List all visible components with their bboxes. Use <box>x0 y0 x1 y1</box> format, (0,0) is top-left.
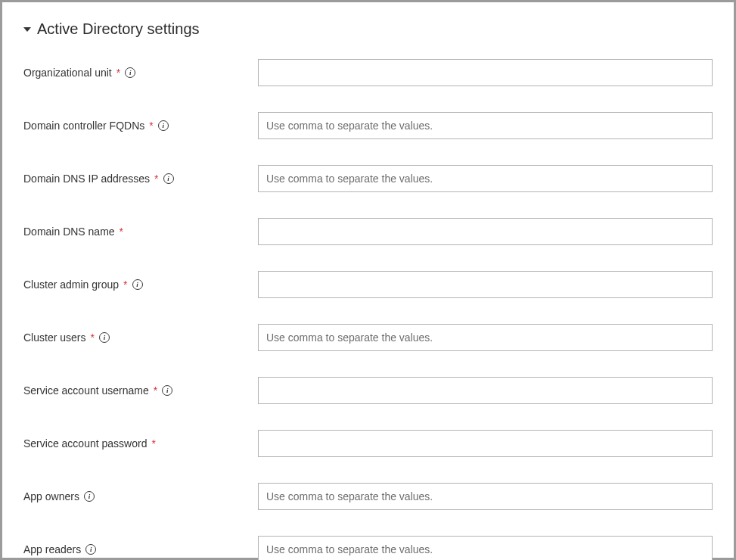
required-indicator: * <box>120 226 123 238</box>
required-indicator: * <box>151 437 155 450</box>
section-title: Active Directory settings <box>37 20 200 38</box>
field-label: Domain DNS IP addresses <box>23 173 150 185</box>
info-icon[interactable] <box>163 173 174 184</box>
input-wrap <box>258 324 713 351</box>
service-account-password-input[interactable] <box>258 430 713 457</box>
field-label: Domain controller FQDNs <box>23 120 144 132</box>
field-cluster-users: Cluster users * <box>23 324 713 351</box>
field-label-wrap: Cluster admin group * <box>23 278 258 291</box>
info-icon[interactable] <box>132 279 143 290</box>
domain-dns-ip-addresses-input[interactable] <box>258 165 713 192</box>
field-label: Cluster users <box>23 331 85 344</box>
field-domain-dns-name: Domain DNS name * <box>23 218 713 245</box>
input-wrap <box>258 59 713 86</box>
field-domain-dns-ip-addresses: Domain DNS IP addresses * <box>23 165 713 192</box>
input-wrap <box>258 112 713 139</box>
field-label-wrap: Cluster users * <box>23 331 258 344</box>
organizational-unit-input[interactable] <box>258 59 713 86</box>
field-domain-controller-fqdns: Domain controller FQDNs * <box>23 112 713 139</box>
field-label-wrap: App owners <box>23 490 258 502</box>
field-label-wrap: Domain controller FQDNs * <box>23 120 258 132</box>
domain-dns-name-input[interactable] <box>258 218 713 245</box>
cluster-users-input[interactable] <box>258 324 713 351</box>
field-app-owners: App owners <box>23 483 713 510</box>
input-wrap <box>258 536 713 560</box>
input-wrap <box>258 165 713 192</box>
info-icon[interactable] <box>162 385 172 396</box>
input-wrap <box>258 218 713 245</box>
section-toggle[interactable]: Active Directory settings <box>23 20 713 38</box>
field-label-wrap: App readers <box>23 543 258 555</box>
required-indicator: * <box>154 384 157 397</box>
field-service-account-username: Service account username * <box>23 377 713 404</box>
info-icon[interactable] <box>158 120 169 131</box>
required-indicator: * <box>90 331 94 344</box>
field-label-wrap: Organizational unit * <box>23 67 258 79</box>
cluster-admin-group-input[interactable] <box>258 271 713 298</box>
input-wrap <box>258 430 713 457</box>
info-icon[interactable] <box>84 491 95 502</box>
input-wrap <box>258 271 713 298</box>
field-label: Domain DNS name <box>23 226 115 238</box>
field-label-wrap: Domain DNS name * <box>23 226 258 238</box>
input-wrap <box>258 377 713 404</box>
field-cluster-admin-group: Cluster admin group * <box>23 271 713 298</box>
required-indicator: * <box>116 67 120 79</box>
domain-controller-fqdns-input[interactable] <box>258 112 713 139</box>
chevron-down-icon <box>23 27 31 32</box>
field-label: Organizational unit <box>23 67 112 79</box>
app-owners-input[interactable] <box>258 483 713 510</box>
info-icon[interactable] <box>99 332 110 343</box>
app-readers-input[interactable] <box>258 536 713 560</box>
field-label: Cluster admin group <box>23 278 119 291</box>
field-label-wrap: Domain DNS IP addresses * <box>23 173 258 185</box>
required-indicator: * <box>149 120 153 132</box>
info-icon[interactable] <box>125 67 135 78</box>
info-icon[interactable] <box>85 544 96 555</box>
field-label: Service account password <box>23 437 147 450</box>
required-indicator: * <box>123 278 127 291</box>
field-label-wrap: Service account password * <box>23 437 258 450</box>
field-label: App readers <box>23 543 81 555</box>
required-indicator: * <box>154 173 158 185</box>
field-label: Service account username <box>23 384 149 397</box>
settings-panel: Active Directory settings Organizational… <box>2 2 734 558</box>
service-account-username-input[interactable] <box>258 377 713 404</box>
field-organizational-unit: Organizational unit * <box>23 59 713 86</box>
field-service-account-password: Service account password * <box>23 430 713 457</box>
field-label-wrap: Service account username * <box>23 384 258 397</box>
input-wrap <box>258 483 713 510</box>
field-label: App owners <box>23 490 79 502</box>
field-app-readers: App readers <box>23 536 713 560</box>
